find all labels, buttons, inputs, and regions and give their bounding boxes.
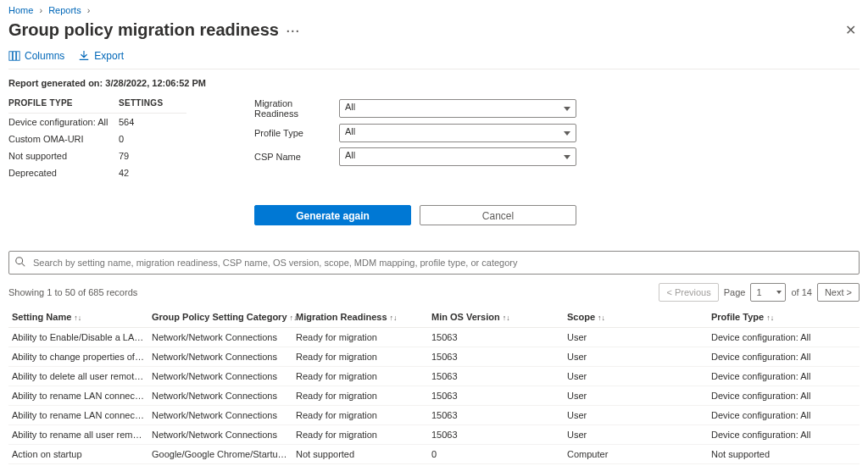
sort-icon: ↑↓ <box>74 313 81 322</box>
cell-profile: Not supported <box>708 445 860 464</box>
cell-minos: 15063 <box>428 386 564 406</box>
close-icon[interactable]: ✕ <box>842 19 860 42</box>
search-icon <box>14 256 26 270</box>
cell-scope: User <box>564 425 708 445</box>
page-title: Group policy migration readiness··· <box>8 20 300 40</box>
table-row[interactable]: Ability to Enable/Disable a LAN connecti… <box>8 328 860 347</box>
cell-ready: Not supported <box>292 445 428 464</box>
export-button[interactable]: Export <box>78 50 124 62</box>
summary-row: Not supported79 <box>8 147 186 164</box>
pager: < Previous Page 1 of 14 Next > <box>659 283 860 302</box>
table-row[interactable]: Ability to rename LAN connectionsNetwork… <box>8 386 860 406</box>
page-label: Page <box>724 287 746 297</box>
svg-rect-2 <box>17 52 20 61</box>
summary-row-value: 79 <box>119 151 129 161</box>
filter-migration-readiness-select[interactable]: All <box>339 99 576 118</box>
cell-setting: Action on startup <box>8 445 148 464</box>
summary-row-label: Deprecated <box>8 168 119 178</box>
cell-minos: 15063 <box>428 328 564 347</box>
cell-minos: 15063 <box>428 367 564 386</box>
cell-setting: Ability to change properties of an all u… <box>8 347 148 367</box>
table-row[interactable]: Ability to delete all user remote access… <box>8 367 860 386</box>
search-input[interactable] <box>31 257 854 269</box>
chevron-right-icon: › <box>36 5 46 15</box>
col-category[interactable]: Group Policy Setting Category↑↓ <box>148 307 292 328</box>
generate-again-button[interactable]: Generate again <box>254 205 411 225</box>
col-profile-type[interactable]: Profile Type↑↓ <box>708 307 860 328</box>
col-migration-readiness[interactable]: Migration Readiness↑↓ <box>292 307 428 328</box>
summary-header-settings: SETTINGS <box>119 98 163 108</box>
cell-scope: User <box>564 328 708 347</box>
cell-profile: Device configuration: All <box>708 328 860 347</box>
col-scope[interactable]: Scope↑↓ <box>564 307 708 328</box>
results-table: Setting Name↑↓ Group Policy Setting Cate… <box>8 307 860 466</box>
cell-setting: Ability to rename all user remote access… <box>8 425 148 445</box>
col-min-os-version[interactable]: Min OS Version↑↓ <box>428 307 564 328</box>
cell-profile: Device configuration: All <box>708 367 860 386</box>
summary-row-label: Custom OMA-URI <box>8 134 119 144</box>
report-generated-label: Report generated on: 3/28/2022, 12:06:52… <box>8 69 860 98</box>
cell-profile: Device configuration: All <box>708 347 860 367</box>
cell-setting: Ability to Enable/Disable a LAN connecti… <box>8 328 148 347</box>
summary-row-label: Device configuration: All <box>8 117 119 127</box>
table-row[interactable]: Ability to rename all user remote access… <box>8 425 860 445</box>
summary-rows: Device configuration: All564Custom OMA-U… <box>8 114 186 181</box>
breadcrumb-home[interactable]: Home <box>8 5 33 15</box>
summary-row: Deprecated42 <box>8 164 186 181</box>
cell-ready: Ready for migration <box>292 425 428 445</box>
filters: Migration Readiness All Profile Type All… <box>254 98 576 225</box>
cell-category: Network/Network Connections <box>148 386 292 406</box>
sort-icon: ↑↓ <box>598 313 605 322</box>
sort-icon: ↑↓ <box>766 313 774 322</box>
table-row[interactable]: Ability to change properties of an all u… <box>8 347 860 367</box>
chevron-right-icon: › <box>84 5 94 15</box>
columns-button[interactable]: Columns <box>8 50 64 62</box>
page-of-label: of 14 <box>791 287 811 297</box>
svg-rect-0 <box>9 52 13 61</box>
previous-button[interactable]: < Previous <box>659 283 718 302</box>
more-icon[interactable]: ··· <box>279 20 300 39</box>
cell-category: Network/Network Connections <box>148 367 292 386</box>
svg-line-4 <box>22 263 25 266</box>
svg-rect-1 <box>13 52 16 61</box>
filter-profile-type-select[interactable]: All <box>339 124 576 142</box>
breadcrumb-reports[interactable]: Reports <box>48 5 81 15</box>
cell-category: Network/Network Connections <box>148 347 292 367</box>
cell-setting: Ability to rename LAN connections <box>8 386 148 406</box>
cell-minos: 0 <box>428 445 564 464</box>
filter-csp-name-select[interactable]: All <box>339 147 576 166</box>
summary-row: Device configuration: All564 <box>8 114 186 130</box>
cell-ready: Ready for migration <box>292 347 428 367</box>
cell-setting: Ability to rename LAN connections or rem… <box>8 406 148 425</box>
columns-label: Columns <box>25 50 64 62</box>
cell-ready: Ready for migration <box>292 406 428 425</box>
page-select[interactable]: 1 <box>750 283 786 302</box>
cell-category: Network/Network Connections <box>148 425 292 445</box>
summary-row: Custom OMA-URI0 <box>8 130 186 147</box>
cancel-button[interactable]: Cancel <box>420 205 576 225</box>
filter-migration-readiness-label: Migration Readiness <box>254 98 339 119</box>
search-box[interactable] <box>8 251 860 275</box>
table-row[interactable]: Action on startupGoogle/Google Chrome/St… <box>8 445 860 464</box>
sort-icon: ↑↓ <box>390 313 398 322</box>
summary-header-profile: PROFILE TYPE <box>8 98 119 108</box>
table-row[interactable]: Ability to rename LAN connections or rem… <box>8 406 860 425</box>
export-label: Export <box>94 50 124 62</box>
cell-category: Network/Network Connections <box>148 406 292 425</box>
cell-ready: Ready for migration <box>292 386 428 406</box>
breadcrumb: Home › Reports › <box>8 3 860 19</box>
next-button[interactable]: Next > <box>817 283 860 302</box>
download-icon <box>78 50 90 62</box>
summary-row-value: 42 <box>119 168 129 178</box>
cell-scope: Computer <box>564 445 708 464</box>
cell-ready: Ready for migration <box>292 367 428 386</box>
col-setting-name[interactable]: Setting Name↑↓ <box>8 307 148 328</box>
cell-ready: Ready for migration <box>292 328 428 347</box>
columns-icon <box>8 50 20 62</box>
cell-minos: 15063 <box>428 347 564 367</box>
svg-point-3 <box>16 257 23 264</box>
cell-minos: 15063 <box>428 406 564 425</box>
filter-profile-type-label: Profile Type <box>254 128 339 138</box>
page-title-text: Group policy migration readiness <box>8 20 279 39</box>
cell-scope: User <box>564 406 708 425</box>
